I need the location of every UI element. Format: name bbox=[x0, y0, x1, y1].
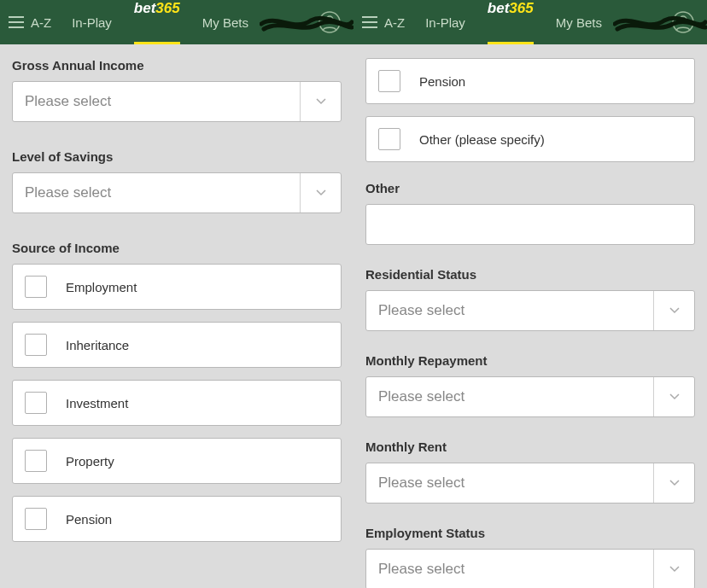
select-placeholder: Please select bbox=[13, 173, 300, 212]
other-input[interactable] bbox=[365, 204, 695, 245]
chevron-down-icon bbox=[653, 550, 694, 588]
source-income-list: Employment Inheritance Investment Proper… bbox=[12, 264, 342, 542]
nav-az[interactable]: A-Z bbox=[384, 0, 415, 44]
logo[interactable]: bet 365 bbox=[476, 0, 546, 44]
source-investment[interactable]: Investment bbox=[12, 380, 342, 426]
app-header: A-Z In-Play bet 365 My Bets bbox=[354, 0, 707, 44]
left-panel: A-Z In-Play bet 365 My Bets Gross Annual… bbox=[0, 0, 354, 588]
employment-label: Employment Status bbox=[365, 526, 695, 540]
source-other[interactable]: Other (please specify) bbox=[365, 116, 695, 162]
app-header: A-Z In-Play bet 365 My Bets bbox=[0, 0, 354, 44]
source-employment[interactable]: Employment bbox=[12, 264, 342, 310]
monthly-repay-label: Monthly Repayment bbox=[365, 353, 695, 368]
chevron-down-icon bbox=[300, 82, 341, 121]
checkbox-icon bbox=[25, 392, 47, 414]
nav-inplay[interactable]: In-Play bbox=[415, 0, 476, 44]
profile-icon[interactable] bbox=[318, 10, 342, 34]
check-label: Property bbox=[66, 454, 114, 469]
logo-text-bet: bet bbox=[134, 0, 156, 17]
select-placeholder: Please select bbox=[366, 377, 653, 416]
checkbox-icon bbox=[378, 70, 400, 92]
svg-point-1 bbox=[326, 16, 333, 23]
savings-select[interactable]: Please select bbox=[12, 172, 342, 213]
source-pension[interactable]: Pension bbox=[365, 58, 695, 104]
logo-underline bbox=[488, 42, 534, 44]
checkbox-icon bbox=[25, 450, 47, 472]
other-label: Other bbox=[365, 181, 695, 195]
select-placeholder: Please select bbox=[366, 463, 653, 503]
check-label: Inheritance bbox=[66, 338, 129, 352]
svg-point-3 bbox=[680, 16, 687, 23]
logo-text-365: 365 bbox=[509, 0, 533, 17]
nav-inplay[interactable]: In-Play bbox=[61, 0, 122, 44]
source-inheritance[interactable]: Inheritance bbox=[12, 322, 342, 368]
employment-select[interactable]: Please select bbox=[365, 549, 695, 588]
nav-mybets[interactable]: My Bets bbox=[546, 0, 612, 44]
monthly-rent-select[interactable]: Please select bbox=[365, 463, 695, 504]
check-label: Other (please specify) bbox=[419, 132, 545, 147]
chevron-down-icon bbox=[653, 463, 694, 503]
check-label: Pension bbox=[419, 74, 465, 89]
chevron-down-icon bbox=[300, 173, 341, 212]
menu-icon[interactable] bbox=[362, 16, 377, 28]
checkbox-icon bbox=[25, 276, 47, 298]
logo-underline bbox=[134, 42, 180, 44]
nav-mybets[interactable]: My Bets bbox=[192, 0, 259, 44]
chevron-down-icon bbox=[653, 377, 694, 416]
svg-point-2 bbox=[673, 12, 693, 32]
logo[interactable]: bet 365 bbox=[122, 0, 192, 44]
residential-select[interactable]: Please select bbox=[365, 290, 695, 331]
nav-az[interactable]: A-Z bbox=[31, 0, 61, 44]
select-placeholder: Please select bbox=[13, 82, 300, 121]
source-income-label: Source of Income bbox=[12, 241, 342, 255]
form-body-right: Pension Other (please specify) Other Res… bbox=[354, 44, 707, 588]
svg-point-0 bbox=[319, 12, 340, 32]
form-body-left: Gross Annual Income Please select Level … bbox=[0, 44, 354, 588]
source-pension[interactable]: Pension bbox=[12, 496, 342, 542]
source-property[interactable]: Property bbox=[12, 438, 342, 484]
monthly-repay-select[interactable]: Please select bbox=[365, 376, 695, 417]
check-label: Pension bbox=[66, 512, 112, 527]
checkbox-icon bbox=[25, 508, 47, 530]
checkbox-icon bbox=[25, 334, 47, 356]
select-placeholder: Please select bbox=[366, 550, 653, 588]
check-label: Investment bbox=[66, 396, 128, 410]
check-label: Employment bbox=[66, 280, 137, 294]
gross-income-select[interactable]: Please select bbox=[12, 81, 342, 122]
select-placeholder: Please select bbox=[366, 291, 653, 330]
logo-text-365: 365 bbox=[155, 0, 179, 17]
right-panel: A-Z In-Play bet 365 My Bets Pension Othe… bbox=[354, 0, 707, 588]
gross-income-label: Gross Annual Income bbox=[12, 58, 342, 73]
profile-icon[interactable] bbox=[671, 10, 695, 34]
residential-label: Residential Status bbox=[365, 267, 695, 282]
monthly-rent-label: Monthly Rent bbox=[365, 440, 695, 454]
logo-text-bet: bet bbox=[488, 0, 510, 17]
chevron-down-icon bbox=[653, 291, 694, 330]
savings-label: Level of Savings bbox=[12, 149, 342, 164]
menu-icon[interactable] bbox=[9, 16, 24, 28]
checkbox-icon bbox=[378, 128, 400, 150]
